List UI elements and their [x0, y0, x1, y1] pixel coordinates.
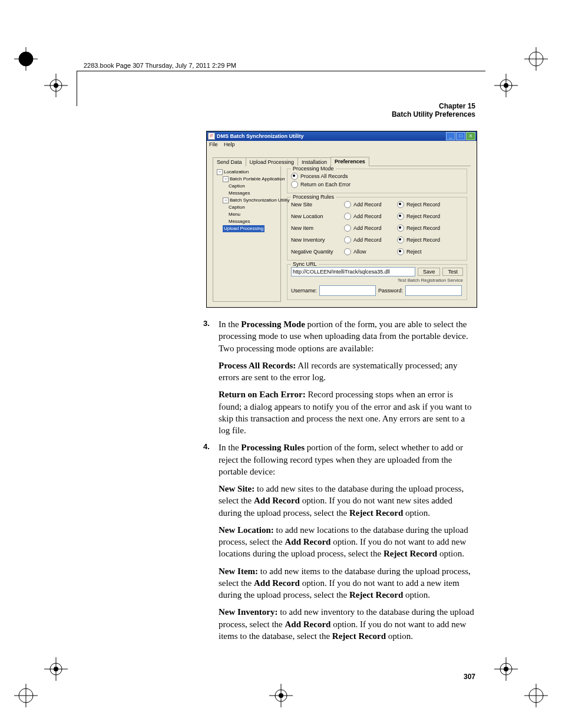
form-panel: Processing Mode Process All Records Retu…: [281, 166, 471, 302]
radio-reject[interactable]: [397, 213, 404, 220]
crop-mark-line: [77, 71, 485, 71]
radio-reject[interactable]: [397, 236, 404, 243]
titlebar[interactable]: IT DMS Batch Synchronization Utility _ □…: [207, 131, 477, 141]
save-button[interactable]: Save: [418, 268, 441, 276]
group-legend: Sync URL: [291, 261, 319, 267]
tabstrip: Send Data Upload Processing Installation…: [213, 155, 471, 166]
radio-label: Reject Record: [406, 225, 440, 231]
password-input[interactable]: [405, 285, 462, 296]
radio-reject[interactable]: [397, 201, 404, 208]
group-legend: Processing Mode: [291, 166, 336, 172]
tree-item-selected[interactable]: Upload Processing: [223, 225, 265, 232]
tab-send-data[interactable]: Send Data: [213, 157, 246, 166]
app-icon: IT: [208, 133, 215, 140]
radio-label: Return on Each Error: [300, 182, 351, 187]
radio-label: Add Record: [353, 213, 382, 219]
paragraph: New Site: to add new sites to the databa…: [219, 483, 475, 519]
rule-label: New Inventory: [291, 237, 344, 243]
password-label: Password:: [378, 288, 403, 294]
radio-allow[interactable]: [344, 248, 351, 255]
sync-url-group: Sync URL Save Test Test Batch Registrati…: [287, 264, 467, 300]
radio-label: Reject Record: [406, 213, 440, 219]
rule-label: Negative Quantity: [291, 249, 344, 255]
menubar: File Help: [207, 141, 477, 150]
page: 2283.book Page 307 Thursday, July 7, 201…: [0, 0, 562, 728]
radio-return-error[interactable]: [291, 181, 298, 188]
registration-mark-icon: [494, 657, 518, 681]
processing-mode-group: Processing Mode Process All Records Retu…: [287, 169, 467, 193]
registration-mark-icon: [44, 74, 68, 97]
minimize-button[interactable]: _: [446, 132, 455, 140]
paragraph: New Inventory: to add new inventory to t…: [219, 606, 475, 642]
step-number: 3.: [203, 318, 219, 360]
radio-reject[interactable]: [397, 248, 404, 255]
nav-tree[interactable]: −Localization −Batch Portable Applicatio…: [213, 166, 281, 302]
radio-label: Add Record: [353, 225, 382, 231]
body-copy: 3. In the Processing Mode portion of the…: [203, 316, 475, 647]
registration-mark-icon: [524, 47, 548, 71]
chapter-label: Chapter 15: [392, 102, 475, 110]
radio-add[interactable]: [344, 201, 351, 208]
tree-item[interactable]: Localization: [224, 169, 249, 174]
tree-item[interactable]: Messages: [229, 190, 250, 196]
paragraph: Return on Each Error: Record processing …: [219, 388, 475, 436]
rule-label: New Site: [291, 202, 344, 207]
radio-reject[interactable]: [397, 225, 404, 232]
crop-mark-line: [77, 71, 77, 106]
tree-item[interactable]: Messages: [229, 219, 250, 224]
tab-preferences[interactable]: Preferences: [330, 157, 369, 166]
rule-label: New Location: [291, 213, 344, 219]
sync-url-input[interactable]: [291, 267, 415, 276]
window-title: DMS Batch Synchronization Utility: [217, 133, 304, 139]
radio-label: Reject Record: [406, 237, 440, 243]
paragraph: In the Processing Mode portion of the fo…: [219, 318, 475, 354]
tree-collapse-icon[interactable]: −: [223, 176, 229, 182]
step-number: 4.: [203, 442, 219, 483]
radio-process-all[interactable]: [291, 173, 298, 180]
tab-upload-processing[interactable]: Upload Processing: [246, 157, 299, 166]
maximize-button[interactable]: □: [456, 132, 465, 140]
page-header: Chapter 15 Batch Utility Preferences: [392, 102, 475, 118]
test-service-label: Test Batch Registration Service: [291, 278, 463, 283]
tree-item[interactable]: Batch Portable Application: [230, 176, 285, 182]
tree-collapse-icon[interactable]: −: [223, 197, 229, 203]
menu-help[interactable]: Help: [224, 141, 235, 147]
paragraph: In the Processing Rules portion of the f…: [219, 442, 475, 477]
tree-item[interactable]: Caption: [229, 183, 245, 189]
app-window: IT DMS Batch Synchronization Utility _ □…: [206, 131, 477, 308]
chapter-title: Batch Utility Preferences: [392, 110, 475, 118]
radio-add[interactable]: [344, 236, 351, 243]
tree-item[interactable]: Caption: [229, 205, 245, 210]
username-label: Username:: [291, 288, 317, 294]
radio-label: Reject: [406, 249, 422, 255]
paragraph: New Location: to add new locations to th…: [219, 524, 475, 560]
radio-add[interactable]: [344, 225, 351, 232]
tree-collapse-icon[interactable]: −: [217, 169, 223, 175]
rule-label: New Item: [291, 225, 344, 231]
processing-rules-group: Processing Rules New Site Add Record Rej…: [287, 197, 467, 261]
radio-label: Add Record: [353, 237, 382, 243]
tab-installation[interactable]: Installation: [297, 157, 331, 166]
registration-mark-icon: [44, 657, 68, 681]
radio-add[interactable]: [344, 213, 351, 220]
paragraph: Process All Records: All records are sys…: [219, 360, 475, 384]
registration-mark-icon: [494, 74, 518, 97]
radio-label: Reject Record: [406, 202, 440, 207]
radio-label: Add Record: [353, 202, 382, 207]
paragraph: New Item: to add new items to the databa…: [219, 565, 475, 601]
registration-mark-icon: [14, 47, 38, 71]
close-button[interactable]: X: [466, 132, 475, 140]
radio-label: Process All Records: [300, 173, 348, 179]
crop-mark-text: 2283.book Page 307 Thursday, July 7, 201…: [84, 62, 236, 69]
test-button[interactable]: Test: [442, 268, 463, 276]
registration-mark-icon: [14, 684, 38, 707]
username-input[interactable]: [319, 285, 376, 296]
menu-file[interactable]: File: [209, 141, 218, 147]
radio-label: Allow: [353, 249, 366, 255]
registration-mark-icon: [269, 684, 293, 707]
tree-item[interactable]: Menu: [229, 212, 240, 217]
registration-mark-icon: [524, 684, 548, 707]
page-number: 307: [464, 673, 475, 681]
group-legend: Processing Rules: [291, 194, 336, 200]
